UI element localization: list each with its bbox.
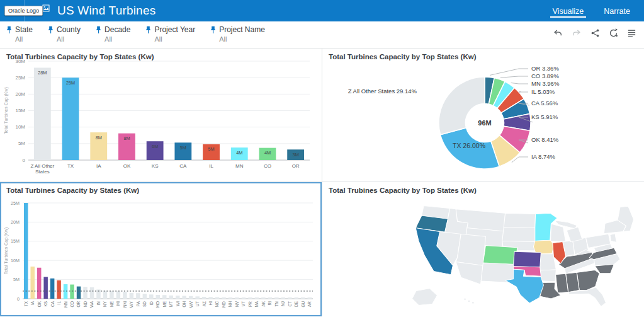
filter-chip-state[interactable]: State All (6, 25, 33, 43)
bar-value-label: 8M (96, 135, 102, 141)
state-SD[interactable] (502, 227, 536, 241)
state-HI[interactable] (472, 302, 474, 304)
bar-SD[interactable] (143, 294, 147, 299)
x-tick-label: CT (288, 301, 292, 307)
y-axis-title: Total Turbines Cap (Kw) (4, 228, 9, 275)
bar-TX[interactable] (24, 203, 28, 299)
bar-WY[interactable] (130, 293, 133, 299)
bar-ME[interactable] (162, 295, 166, 299)
donut-label: OK 8.41% (531, 136, 559, 143)
donut-leader-line (511, 83, 528, 84)
bar-RI[interactable] (268, 297, 272, 299)
state-MI[interactable] (567, 227, 582, 241)
x-tick-label: CO (264, 163, 271, 169)
bar-NJ[interactable] (281, 297, 285, 299)
bar-OH[interactable] (182, 296, 186, 299)
bar-AR[interactable] (308, 297, 312, 299)
tab-visualize[interactable]: Visualize (551, 1, 585, 20)
panel-bar-all-states[interactable]: Total Turbines Capacity by States (Kw) 0… (0, 182, 322, 316)
bar-VT[interactable] (242, 297, 246, 299)
x-tick-label: VT (241, 301, 246, 306)
undo-icon[interactable] (553, 28, 563, 38)
tab-narrate[interactable]: Narrate (602, 1, 631, 20)
bar-HI[interactable] (208, 297, 212, 299)
bar-MI[interactable] (116, 291, 120, 299)
bar-CA[interactable] (50, 279, 54, 299)
bar-WV[interactable] (189, 296, 193, 299)
bar-OK[interactable] (37, 268, 41, 299)
bar-MT[interactable] (169, 296, 172, 299)
bar-value-label: 3M (293, 152, 299, 158)
bar-CO[interactable] (70, 285, 74, 299)
state-IA[interactable] (533, 240, 554, 254)
chart-title: Total Turbines Capacity by Top States (K… (6, 53, 154, 61)
state-ND[interactable] (504, 213, 535, 228)
y-tick-label: 10M (15, 124, 25, 130)
panel-map-top-states[interactable]: Total Trubines Capacity by Top States (K… (322, 182, 644, 316)
bar-CT[interactable] (288, 297, 291, 299)
bar-ND[interactable] (83, 287, 87, 299)
state-MS[interactable] (556, 274, 568, 293)
bar-PA[interactable] (136, 293, 140, 299)
bar-AK[interactable] (261, 297, 265, 299)
bar-NY[interactable] (103, 291, 107, 299)
menu-icon[interactable] (627, 28, 636, 38)
state-CO[interactable] (483, 246, 517, 265)
state-HI[interactable] (468, 300, 470, 302)
bar-ID[interactable] (149, 294, 153, 299)
state-NJ[interactable] (610, 234, 616, 243)
state-UT[interactable] (456, 234, 485, 265)
bar-TX[interactable] (62, 78, 79, 160)
bar-KS[interactable] (43, 277, 47, 299)
bar-Z-All-Other-States[interactable] (34, 67, 51, 160)
state-AK[interactable] (412, 289, 438, 306)
bar-MD[interactable] (222, 297, 225, 299)
bar-TN[interactable] (274, 297, 278, 299)
bar-NE[interactable] (110, 291, 113, 299)
state-AZ[interactable] (456, 262, 483, 285)
bar-OR[interactable] (77, 287, 81, 299)
state-KS[interactable] (513, 251, 541, 267)
y-tick-label: 5M (13, 277, 20, 282)
bar-DE[interactable] (295, 297, 298, 299)
x-tick-label: MN (64, 301, 68, 308)
bar-PR[interactable] (248, 297, 252, 299)
bar-MO[interactable] (156, 295, 160, 299)
state-HI[interactable] (464, 298, 466, 300)
bar-NH[interactable] (229, 297, 232, 299)
bar-WA[interactable] (90, 287, 94, 299)
filter-chip-county[interactable]: County All (47, 25, 81, 43)
redo-icon[interactable] (572, 28, 582, 38)
bar-IA[interactable] (30, 267, 34, 299)
y-tick-label: 5M (18, 141, 25, 146)
bar-MA[interactable] (255, 297, 259, 299)
x-tick-label: CA (179, 163, 187, 169)
donut-label: IA 8.74% (531, 153, 556, 160)
bar-UT[interactable] (195, 296, 199, 299)
x-tick-label: AR (307, 301, 312, 307)
refresh-icon[interactable] (609, 28, 618, 38)
bar-NM[interactable] (123, 292, 127, 299)
filter-chip-project-name[interactable]: Project Name All (210, 25, 265, 43)
x-tick-label: NC (215, 301, 219, 308)
bar-value-label: 25M (66, 80, 75, 86)
x-tick-label: Z All OtherStates (30, 163, 54, 175)
bar-WI[interactable] (176, 296, 179, 299)
broken-image-icon (42, 4, 50, 12)
filter-chip-project-year[interactable]: Project Year All (145, 25, 195, 43)
bar-AZ[interactable] (202, 297, 206, 299)
filter-pin-icon (145, 26, 152, 34)
panel-bar-top-states[interactable]: Total Turbines Capacity by Top States (K… (0, 49, 322, 182)
filter-chip-decade[interactable]: Decade All (95, 25, 130, 43)
state-WI[interactable] (551, 224, 566, 242)
panel-donut-top-states[interactable]: Total Turbines Capacity by Top States (K… (322, 49, 644, 182)
share-icon[interactable] (590, 28, 600, 38)
x-tick-label: NM (123, 301, 127, 308)
bar-GU[interactable] (301, 297, 305, 299)
y-axis-title: Total Turbines Cap (Kw) (4, 87, 9, 134)
bar-IL[interactable] (57, 280, 60, 299)
x-tick-label: NH (228, 301, 232, 308)
y-tick-label: 15M (15, 108, 25, 113)
bar-NV[interactable] (235, 297, 239, 299)
bar-NC[interactable] (215, 297, 219, 299)
